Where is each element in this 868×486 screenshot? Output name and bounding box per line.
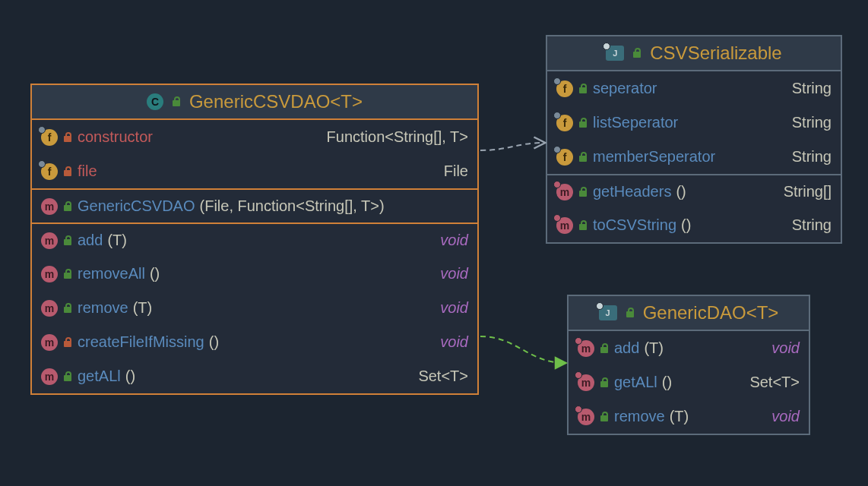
method-name: createFileIfMissing bbox=[78, 333, 204, 351]
lock-icon bbox=[62, 201, 73, 212]
method-icon: m bbox=[556, 184, 573, 200]
field-name: constructor bbox=[78, 128, 153, 146]
method-return: Set<T> bbox=[418, 368, 468, 385]
lock-icon bbox=[632, 48, 642, 58]
method-row: m remove(T) void bbox=[32, 291, 477, 325]
class-title: CSVSerializable bbox=[650, 43, 781, 64]
field-row: f memberSeperator String bbox=[547, 140, 841, 174]
method-row: m createFileIfMissing() void bbox=[32, 325, 477, 359]
method-icon: m bbox=[556, 217, 573, 234]
interface-icon: J bbox=[606, 46, 624, 61]
lock-icon bbox=[578, 118, 588, 128]
field-row: f listSeperator String bbox=[547, 106, 841, 140]
class-icon: C bbox=[147, 93, 163, 110]
method-name: getHeaders bbox=[593, 183, 671, 200]
method-icon: m bbox=[41, 232, 58, 249]
field-icon: f bbox=[556, 149, 573, 166]
method-return: void bbox=[440, 232, 468, 249]
interface-csvserializable: J CSVSerializable f seperator String f l… bbox=[546, 35, 842, 244]
lock-icon bbox=[578, 220, 588, 231]
method-params: () bbox=[209, 333, 219, 351]
dependency-arrow bbox=[480, 143, 544, 150]
class-genericcsvdao: C GenericCSVDAO<T> f constructor Functio… bbox=[30, 84, 479, 395]
method-row: m getALl() Set<T> bbox=[32, 359, 477, 393]
method-return: void bbox=[440, 333, 468, 351]
method-params: (T) bbox=[670, 408, 689, 425]
method-return: String bbox=[792, 216, 832, 234]
method-name: remove bbox=[614, 408, 665, 425]
lock-icon bbox=[62, 337, 73, 348]
field-name: file bbox=[78, 163, 97, 180]
lock-icon bbox=[578, 84, 588, 94]
method-return: void bbox=[771, 408, 800, 425]
method-name: add bbox=[78, 232, 103, 249]
method-row: m getHeaders() String[] bbox=[547, 174, 841, 208]
lock-icon bbox=[599, 412, 610, 422]
field-type: String bbox=[792, 148, 832, 166]
lock-icon bbox=[62, 166, 73, 177]
implements-arrow bbox=[480, 336, 565, 363]
field-name: listSeperator bbox=[593, 114, 678, 131]
lock-icon bbox=[62, 269, 73, 279]
method-row: m add(T) void bbox=[32, 222, 477, 257]
method-row: m removeAll() void bbox=[32, 257, 477, 291]
field-type: String bbox=[792, 114, 832, 131]
class-title: GenericDAO<T> bbox=[643, 302, 779, 323]
lock-icon bbox=[62, 303, 73, 314]
method-name: remove bbox=[78, 299, 128, 317]
field-icon: f bbox=[41, 163, 58, 180]
lock-icon bbox=[62, 235, 73, 246]
field-icon: f bbox=[556, 80, 573, 97]
method-icon: m bbox=[41, 266, 58, 282]
constructor-name: GenericCSVDAO bbox=[78, 197, 195, 215]
field-type: File bbox=[444, 163, 468, 180]
method-params: () bbox=[676, 183, 686, 200]
field-type: Function<String[], T> bbox=[327, 128, 468, 146]
method-params: () bbox=[125, 368, 135, 385]
lock-icon bbox=[599, 343, 610, 354]
lock-icon bbox=[578, 187, 588, 197]
class-header: J CSVSerializable bbox=[547, 36, 841, 71]
class-header: C GenericCSVDAO<T> bbox=[32, 85, 477, 120]
interface-genericdao: J GenericDAO<T> m add(T) void m getALl()… bbox=[567, 295, 810, 435]
method-icon: m bbox=[41, 198, 58, 215]
method-icon: m bbox=[578, 374, 594, 391]
lock-icon bbox=[62, 371, 73, 382]
method-params: (T) bbox=[133, 299, 153, 317]
method-return: void bbox=[440, 299, 468, 317]
field-row: f constructor Function<String[], T> bbox=[32, 120, 477, 154]
method-row: m getALl() Set<T> bbox=[569, 365, 809, 399]
method-params: () bbox=[662, 374, 672, 391]
class-title: GenericCSVDAO<T> bbox=[189, 91, 363, 112]
method-icon: m bbox=[41, 334, 58, 351]
constructor-params: (File, Function<String[], T>) bbox=[200, 197, 385, 215]
method-name: add bbox=[614, 339, 639, 357]
method-return: void bbox=[771, 339, 800, 357]
field-name: seperator bbox=[593, 80, 657, 97]
method-params: (T) bbox=[644, 339, 664, 357]
lock-icon bbox=[625, 308, 635, 318]
lock-icon bbox=[171, 96, 182, 107]
lock-icon bbox=[62, 132, 73, 143]
method-row: m add(T) void bbox=[569, 331, 809, 365]
field-name: memberSeperator bbox=[593, 148, 715, 166]
interface-icon: J bbox=[599, 305, 617, 320]
method-params: () bbox=[681, 216, 691, 234]
method-name: toCSVString bbox=[593, 216, 676, 234]
method-return: String[] bbox=[784, 183, 832, 200]
method-icon: m bbox=[578, 340, 594, 357]
constructor-row: m GenericCSVDAO(File, Function<String[],… bbox=[32, 188, 477, 222]
method-icon: m bbox=[578, 409, 594, 425]
method-params: (T) bbox=[107, 232, 127, 249]
lock-icon bbox=[578, 152, 588, 163]
method-name: removeAll bbox=[78, 265, 145, 282]
method-row: m remove(T) void bbox=[569, 399, 809, 434]
field-type: String bbox=[792, 80, 832, 97]
method-row: m toCSVString() String bbox=[547, 208, 841, 242]
field-row: f file File bbox=[32, 154, 477, 188]
field-icon: f bbox=[41, 129, 58, 146]
method-params: () bbox=[150, 265, 160, 282]
lock-icon bbox=[599, 377, 610, 388]
method-return: Set<T> bbox=[749, 374, 800, 391]
field-icon: f bbox=[556, 115, 573, 131]
